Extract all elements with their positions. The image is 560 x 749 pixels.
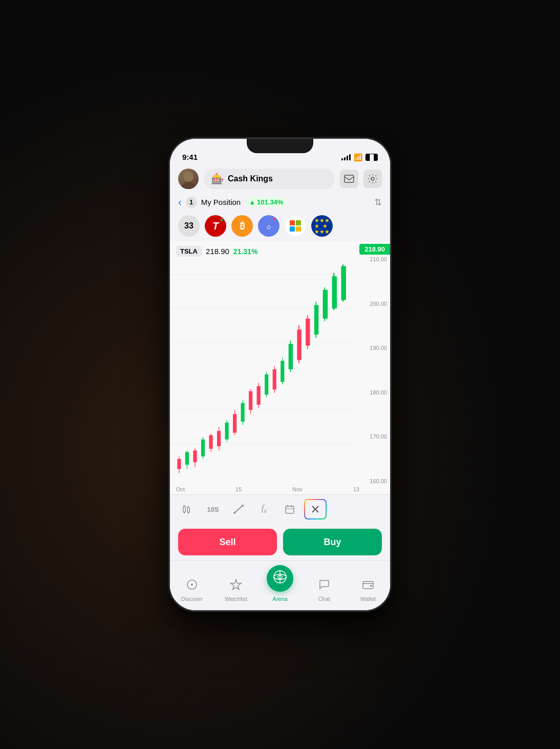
asset-eu[interactable]: ★★★★ ★★★★ <box>311 215 333 237</box>
svg-point-60 <box>242 505 244 507</box>
asset-tesla[interactable]: T ▲ <box>205 215 226 237</box>
svg-rect-37 <box>281 361 284 382</box>
chat-label: Chat <box>318 596 330 602</box>
interval-label: 10S <box>207 506 219 513</box>
x-axis: Oct 15 Nov 13 <box>176 486 359 492</box>
status-icons: 📶 ▐▌ <box>341 153 378 161</box>
position-bar: ‹ 1 My Position ▲ 101.34% ⇅ <box>170 193 390 211</box>
discover-icon <box>186 578 198 594</box>
svg-point-59 <box>233 512 235 514</box>
status-time: 9:41 <box>182 153 198 161</box>
wifi-icon: 📶 <box>354 153 362 161</box>
wallet-label: Wallet <box>360 596 376 602</box>
ticker-change: 21.31% <box>233 247 257 256</box>
svg-rect-29 <box>249 391 252 410</box>
nav-watchlist[interactable]: Watchlist <box>221 578 251 602</box>
tools-button[interactable] <box>304 499 327 519</box>
arena-icon <box>273 570 287 587</box>
y-label-1: 210.00 <box>370 256 387 262</box>
svg-rect-41 <box>297 329 301 360</box>
svg-rect-45 <box>314 305 318 335</box>
group-pill[interactable]: 🎰 Cash Kings <box>204 169 335 189</box>
svg-rect-23 <box>225 423 229 440</box>
chat-icon <box>318 578 330 594</box>
svg-rect-15 <box>193 450 197 462</box>
watchlist-label: Watchlist <box>225 596 247 602</box>
svg-rect-31 <box>257 386 261 405</box>
asset-microsoft[interactable] <box>285 215 306 237</box>
app-content: 🎰 Cash Kings ‹ 1 My Position <box>170 164 390 610</box>
svg-point-3 <box>371 177 374 180</box>
svg-rect-43 <box>306 319 310 346</box>
position-rank: 1 <box>186 197 197 208</box>
group-name: Cash Kings <box>228 174 273 183</box>
svg-rect-19 <box>209 435 212 449</box>
nav-discover[interactable]: Discover <box>177 578 207 602</box>
inbox-button[interactable] <box>340 170 358 188</box>
position-label: My Position <box>201 198 241 206</box>
asset-bitcoin[interactable]: ₿ <box>231 215 253 237</box>
group-emoji: 🎰 <box>211 173 224 185</box>
svg-point-0 <box>181 182 196 189</box>
watchlist-icon <box>230 578 242 594</box>
svg-rect-21 <box>217 431 221 446</box>
formula-button[interactable]: fx <box>253 499 275 519</box>
y-label-4: 180.00 <box>370 389 387 396</box>
asset-count[interactable]: 33 <box>178 215 200 237</box>
svg-rect-2 <box>344 175 354 182</box>
x-label-3: Nov <box>292 486 303 492</box>
svg-line-58 <box>234 506 243 513</box>
arena-button[interactable] <box>267 565 293 592</box>
phone-frame: 9:41 📶 ▐▌ 🎰 <box>170 139 390 610</box>
svg-rect-25 <box>233 414 236 432</box>
bottom-nav: Discover Watchlist <box>170 560 390 610</box>
notch <box>247 139 313 153</box>
svg-point-1 <box>183 172 193 182</box>
avatar[interactable] <box>178 169 199 189</box>
svg-rect-49 <box>332 276 337 308</box>
candlestick-button[interactable] <box>176 499 199 519</box>
wallet-icon <box>362 578 374 594</box>
trendline-button[interactable] <box>227 499 250 519</box>
buy-button[interactable]: Buy <box>283 529 382 555</box>
y-label-5: 170.00 <box>370 433 387 440</box>
svg-rect-35 <box>273 369 276 390</box>
chart-toolbar: 10S fx <box>170 494 390 524</box>
chart-container[interactable]: TSLA 218.90 21.31% 218.90 210.00 200.00 … <box>170 241 390 494</box>
svg-rect-51 <box>341 266 346 300</box>
nav-chat[interactable]: Chat <box>309 578 339 602</box>
svg-rect-39 <box>289 344 293 369</box>
header: 🎰 Cash Kings <box>170 164 390 193</box>
svg-rect-61 <box>286 506 294 513</box>
calendar-button[interactable] <box>278 499 301 519</box>
svg-rect-17 <box>201 440 205 456</box>
svg-point-68 <box>191 584 193 586</box>
y-label-3: 190.00 <box>370 345 387 351</box>
signal-icon <box>341 154 351 160</box>
ticker-label: TSLA 218.90 21.31% <box>176 246 257 257</box>
svg-rect-55 <box>187 507 189 512</box>
candlestick-chart <box>170 241 390 494</box>
svg-rect-33 <box>265 375 268 395</box>
asset-ethereum[interactable]: ⬦ ▼ <box>258 215 279 237</box>
svg-rect-47 <box>323 290 328 319</box>
nav-arena[interactable]: Arena <box>265 565 295 602</box>
interval-button[interactable]: 10S <box>202 499 224 519</box>
back-button[interactable]: ‹ <box>178 196 182 208</box>
action-buttons: Sell Buy <box>170 524 390 560</box>
y-label-6: 160.00 <box>370 478 387 484</box>
svg-rect-52 <box>183 506 185 512</box>
svg-rect-13 <box>185 452 189 465</box>
sell-button[interactable]: Sell <box>178 529 277 555</box>
x-label-4: 13 <box>353 486 359 492</box>
settings-button[interactable] <box>363 170 382 188</box>
sort-button[interactable]: ⇅ <box>374 197 382 208</box>
nav-wallet[interactable]: Wallet <box>353 578 383 602</box>
svg-rect-11 <box>177 459 181 469</box>
position-change: ▲ 101.34% <box>245 197 287 207</box>
assets-row: 33 T ▲ ₿ ⬦ ▼ ★★★★ ★★★ <box>170 211 390 241</box>
x-label-1: Oct <box>176 486 185 492</box>
arena-label: Arena <box>272 596 287 602</box>
svg-rect-74 <box>370 585 372 587</box>
svg-rect-27 <box>241 403 245 422</box>
